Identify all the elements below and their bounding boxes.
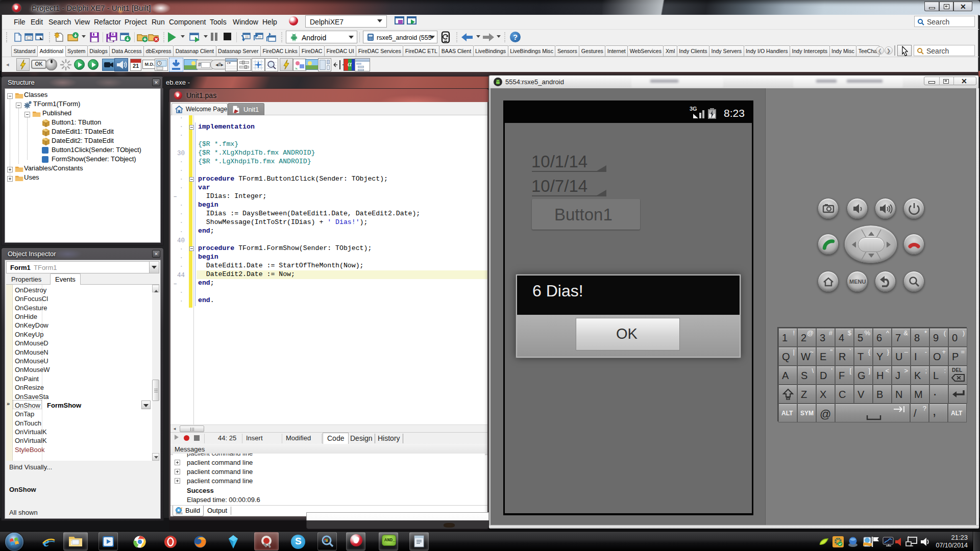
svg-text:10101: 10101 [176,512,183,515]
